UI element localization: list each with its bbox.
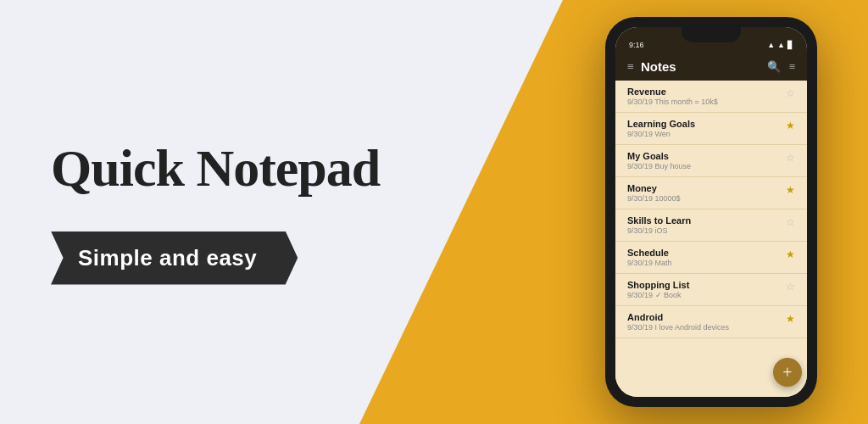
wifi-icon: ▲: [777, 41, 785, 49]
note-meta: 9/30/19 iOS: [627, 226, 781, 235]
note-item[interactable]: Learning Goals 9/30/19 Wen ★: [615, 113, 807, 145]
status-time: 9:16: [629, 41, 644, 49]
hamburger-icon[interactable]: ≡: [627, 60, 634, 74]
star-icon[interactable]: ☆: [786, 281, 795, 293]
note-title: Learning Goals: [627, 119, 781, 129]
search-icon[interactable]: 🔍: [767, 60, 781, 74]
note-content: My Goals 9/30/19 Buy house: [627, 151, 781, 170]
filter-icon[interactable]: ≡: [789, 60, 795, 74]
star-icon[interactable]: ★: [786, 248, 795, 261]
app-header: ≡ Notes 🔍 ≡: [615, 53, 807, 81]
phone-mockup: 9:16 ▲ ▲ ▊ ≡ Notes 🔍 ≡: [605, 17, 817, 407]
tagline-bg: Simple and easy: [51, 232, 298, 285]
status-icons: ▲ ▲ ▊: [767, 41, 793, 49]
phone-screen: 9:16 ▲ ▲ ▊ ≡ Notes 🔍 ≡: [615, 27, 807, 397]
note-content: Skills to Learn 9/30/19 iOS: [627, 215, 781, 235]
battery-icon: ▊: [787, 41, 793, 49]
note-title: Schedule: [627, 248, 781, 258]
phone-body: 9:16 ▲ ▲ ▊ ≡ Notes 🔍 ≡: [605, 17, 817, 407]
note-item[interactable]: Money 9/30/19 10000$ ★: [615, 177, 807, 209]
note-title: Skills to Learn: [627, 215, 781, 226]
note-meta: 9/30/19 I love Android devices: [627, 323, 781, 332]
note-meta: 9/30/19 Math: [627, 259, 781, 267]
note-meta: 9/30/19 Buy house: [627, 162, 781, 170]
note-content: Android 9/30/19 I love Android devices: [627, 312, 781, 332]
note-meta: 9/30/19 Wen: [627, 130, 781, 138]
header-left: ≡ Notes: [627, 59, 676, 74]
header-right: 🔍 ≡: [767, 60, 795, 74]
note-item[interactable]: Schedule 9/30/19 Math ★: [615, 242, 807, 274]
app-title: Quick Notepad: [51, 139, 492, 197]
note-item[interactable]: Revenue 9/30/19 This month = 10k$ ☆: [615, 81, 807, 113]
note-item[interactable]: Android 9/30/19 I love Android devices ★: [615, 306, 807, 338]
star-icon[interactable]: ★: [786, 313, 795, 326]
note-meta: 9/30/19 This month = 10k$: [627, 98, 781, 106]
star-icon[interactable]: ☆: [786, 216, 795, 229]
phone-notch: [682, 27, 741, 42]
note-content: Schedule 9/30/19 Math: [627, 248, 781, 267]
note-content: Learning Goals 9/30/19 Wen: [627, 119, 781, 138]
note-meta: 9/30/19 10000$: [627, 194, 781, 203]
note-content: Money 9/30/19 10000$: [627, 183, 781, 203]
star-icon[interactable]: ★: [786, 184, 795, 197]
note-title: Revenue: [627, 86, 781, 97]
note-item[interactable]: Skills to Learn 9/30/19 iOS ☆: [615, 209, 807, 242]
note-content: Revenue 9/30/19 This month = 10k$: [627, 86, 781, 106]
note-content: Shopping List 9/30/19 ✓ Book: [627, 280, 781, 299]
note-title: My Goals: [627, 151, 781, 161]
note-meta: 9/30/19 ✓ Book: [627, 291, 781, 299]
fab-button[interactable]: +: [773, 358, 802, 387]
note-title: Shopping List: [627, 280, 781, 290]
signal-icon: ▲: [767, 41, 775, 49]
star-icon[interactable]: ★: [786, 120, 795, 132]
tagline: Simple and easy: [78, 245, 257, 271]
left-panel: Quick Notepad Simple and easy: [0, 0, 492, 424]
note-item[interactable]: My Goals 9/30/19 Buy house ☆: [615, 145, 807, 177]
notes-list: Revenue 9/30/19 This month = 10k$ ☆ Lear…: [615, 81, 807, 397]
star-icon[interactable]: ☆: [786, 87, 795, 100]
tagline-wrapper: Simple and easy: [51, 232, 492, 285]
header-title: Notes: [641, 59, 676, 74]
note-title: Android: [627, 312, 781, 322]
star-icon[interactable]: ☆: [786, 152, 795, 165]
note-item[interactable]: Shopping List 9/30/19 ✓ Book ☆: [615, 274, 807, 306]
note-title: Money: [627, 183, 781, 193]
